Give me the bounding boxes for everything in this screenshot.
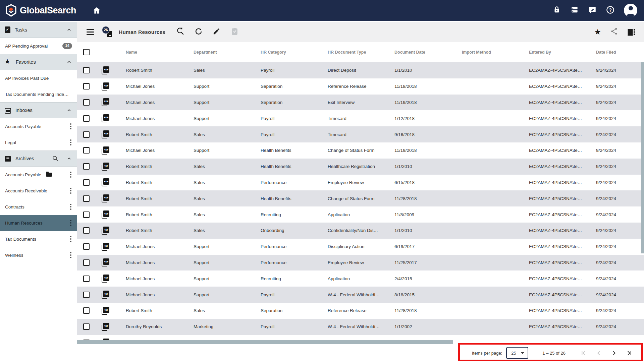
chevron-up-icon[interactable] (66, 27, 72, 33)
view-columns-icon[interactable] (628, 29, 635, 35)
refine-search-icon[interactable] (176, 27, 184, 37)
home-icon[interactable] (92, 6, 101, 15)
table-row[interactable]: PDF Michael Jones Support Separation Exi… (77, 95, 644, 111)
sidebar-row[interactable]: Wellness (0, 247, 77, 263)
horizontal-scrollbar[interactable] (77, 340, 644, 344)
column-header-hr-category[interactable]: HR Category (261, 50, 328, 55)
sidebar-row[interactable]: Legal (0, 134, 77, 150)
column-header-document-date[interactable]: Document Date (394, 50, 462, 55)
table-row[interactable]: PDF Dorothy Reynolds Marketing Payroll W… (77, 319, 644, 335)
kebab-menu-icon[interactable] (69, 219, 72, 227)
table-row[interactable]: PDF Michael Jones Support Recruiting App… (77, 270, 644, 287)
sidebar-row[interactable]: Contracts (0, 199, 77, 215)
pdf-file-icon[interactable]: PDF (101, 66, 109, 74)
tasks-check-icon[interactable] (230, 27, 239, 37)
pdf-file-icon[interactable]: PDF (101, 114, 109, 122)
table-row[interactable]: PDF Michael Jones Support Separation Ref… (77, 78, 644, 95)
pdf-file-icon[interactable]: PDF (101, 291, 109, 299)
account-avatar[interactable] (624, 4, 637, 17)
pdf-file-icon[interactable]: PDF (101, 82, 109, 90)
sidebar-row[interactable]: Accounts Payable (0, 118, 77, 134)
pdf-file-icon[interactable]: PDF (101, 258, 109, 266)
row-checkbox[interactable] (83, 307, 90, 314)
table-row[interactable]: PDF Michael Jones Support Payroll W-4 - … (77, 287, 644, 303)
column-header-entered-by[interactable]: Entered By (529, 50, 596, 55)
table-row[interactable]: PDF Michael Jones Support Performance Em… (77, 255, 644, 271)
edit-pencil-icon[interactable] (213, 27, 220, 37)
table-row[interactable]: PDF Robert Smith Sales Payroll Timecard … (77, 126, 644, 142)
sidebar-row[interactable]: Tasks (0, 22, 77, 38)
pdf-file-icon[interactable]: PDF (101, 227, 109, 235)
pdf-file-icon[interactable]: PDF (101, 210, 109, 219)
row-checkbox[interactable] (83, 179, 90, 186)
sidebar-row[interactable]: Accounts Payable (0, 167, 77, 183)
items-per-page-select[interactable]: 25 (506, 347, 528, 359)
refresh-icon[interactable] (195, 27, 203, 37)
row-checkbox[interactable] (83, 147, 90, 154)
row-checkbox[interactable] (83, 276, 90, 282)
row-checkbox[interactable] (83, 323, 90, 330)
pdf-file-icon[interactable]: PDF (101, 163, 109, 171)
search-icon[interactable] (52, 155, 59, 162)
kebab-menu-icon[interactable] (69, 186, 72, 195)
sidebar-row[interactable]: Tax Documents (0, 231, 77, 247)
table-row[interactable]: PDF Robert Smith Sales Payroll Direct De… (77, 62, 644, 78)
row-checkbox[interactable] (83, 292, 90, 298)
column-header-name[interactable]: Name (126, 50, 194, 55)
kebab-menu-icon[interactable] (69, 170, 72, 179)
previous-page-button[interactable] (595, 350, 602, 357)
row-checkbox[interactable] (83, 243, 90, 250)
favorite-star-icon[interactable]: ★ (594, 28, 601, 36)
next-page-button[interactable] (610, 350, 618, 357)
kebab-menu-icon[interactable] (69, 122, 72, 131)
row-checkbox[interactable] (83, 83, 90, 89)
pdf-file-icon[interactable]: PDF (101, 130, 109, 138)
sidebar-row[interactable]: Accounts Receivable (0, 183, 77, 199)
table-row[interactable]: PDF Robert Smith Sales Onboarding Confid… (77, 223, 644, 239)
vertical-scrollbar[interactable] (641, 62, 644, 253)
chevron-up-icon[interactable] (66, 59, 72, 65)
feedback-icon[interactable] (588, 5, 597, 15)
lock-icon[interactable] (552, 5, 561, 15)
sidebar-row[interactable]: Tax Documents Pending Inde… (0, 86, 77, 102)
row-checkbox[interactable] (83, 195, 90, 202)
row-checkbox[interactable] (83, 67, 90, 73)
row-checkbox[interactable] (83, 99, 90, 106)
column-header-department[interactable]: Department (194, 50, 261, 55)
share-icon[interactable] (610, 27, 618, 37)
pdf-file-icon[interactable]: PDF (101, 275, 109, 283)
first-page-button[interactable] (580, 350, 587, 357)
pdf-file-icon[interactable]: PDF (101, 98, 109, 106)
table-row[interactable]: PDF Robert Smith Sales Health Benefits H… (77, 159, 644, 175)
row-checkbox[interactable] (83, 212, 90, 218)
kebab-menu-icon[interactable] (69, 202, 72, 211)
sidebar-row[interactable]: AP Pending Approval 14 (0, 38, 77, 54)
kebab-menu-icon[interactable] (69, 138, 72, 147)
pdf-file-icon[interactable]: PDF (101, 178, 109, 186)
pdf-file-icon[interactable]: PDF (101, 194, 109, 202)
pdf-file-icon[interactable]: PDF (101, 146, 109, 155)
last-page-button[interactable] (626, 350, 633, 357)
kebab-menu-icon[interactable] (69, 235, 72, 243)
row-checkbox[interactable] (83, 163, 90, 170)
column-header-import-method[interactable]: Import Method (462, 50, 529, 55)
sidebar-row[interactable]: Inboxes (0, 102, 77, 118)
table-row[interactable]: PDF (77, 335, 644, 340)
column-header-date-filed[interactable]: Date Filed (596, 50, 644, 55)
table-row[interactable]: PDF Robert Smith Sales Separation Refere… (77, 303, 644, 319)
table-row[interactable]: PDF Robert Smith Sales Recruiting Applic… (77, 206, 644, 223)
sidebar-row[interactable]: Human Resources (0, 215, 77, 231)
table-row[interactable]: PDF Michael Jones Support Health Benefit… (77, 142, 644, 159)
sidebar-row[interactable]: Archives (0, 150, 77, 167)
table-row[interactable]: PDF Michael Jones Support Payroll Timeca… (77, 110, 644, 126)
column-header-hr-document-type[interactable]: HR Document Type (328, 50, 394, 55)
select-all-checkbox[interactable] (83, 49, 90, 55)
horizontal-scrollbar-thumb[interactable] (77, 340, 453, 344)
chevron-up-icon[interactable] (66, 156, 72, 162)
kebab-menu-icon[interactable] (69, 251, 72, 259)
menu-icon[interactable] (87, 29, 94, 35)
table-row[interactable]: PDF Robert Smith Sales Performance Emplo… (77, 175, 644, 191)
table-row[interactable]: PDF Michael Jones Support Performance Di… (77, 239, 644, 255)
row-checkbox[interactable] (83, 115, 90, 122)
view-list-icon[interactable] (570, 5, 579, 15)
